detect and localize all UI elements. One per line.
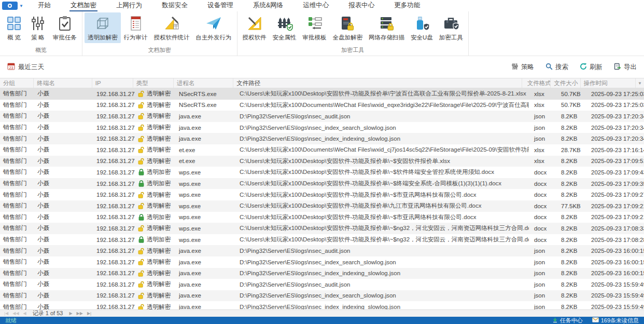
lock-open-icon: 透明解密 <box>135 156 176 167</box>
cell: C:\Users\未知玩家x100\Desktop\安固软件-功能及报价单\~$… <box>236 156 529 167</box>
col-header-format[interactable]: 文件格式 <box>522 78 551 88</box>
table-row[interactable]: 销售部门小聂192.168.31.27透明解密wps.exeC:\Users\未… <box>0 189 644 200</box>
menu-tab-device-mgmt[interactable]: 设备管理 <box>206 0 234 11</box>
table-row[interactable]: 销售部门小聂192.168.31.27透明解密java.exeD:\Ping32… <box>0 268 644 279</box>
table-row[interactable]: 销售部门小聂192.168.31.27透明解密java.exeD:\Ping32… <box>0 290 644 302</box>
first-record-button[interactable]: |◀ <box>3 310 9 317</box>
cell: json <box>529 122 558 133</box>
refresh-button[interactable]: 刷新 <box>580 63 603 72</box>
menu-tab-start[interactable]: 开始 <box>37 0 52 11</box>
cell: D:\Ping32\Server\ES\logs\nsec_index_inde… <box>236 301 529 309</box>
cell: docx <box>529 189 558 200</box>
cell: 销售部门 <box>0 167 34 178</box>
cell: 192.168.31.27 <box>93 189 135 200</box>
menu-tab-system-network[interactable]: 系统&网络 <box>252 0 284 11</box>
lock-closed-icon: 透明加密 <box>135 234 176 246</box>
ribbon-item-secure-usb[interactable]: 安全U盘 <box>408 12 436 43</box>
ribbon-item-authorized-software-stats[interactable]: 授权软件统计 <box>151 12 193 43</box>
cell: java.exe <box>176 268 236 279</box>
date-filter-button[interactable]: 23 最近三天 <box>7 62 44 72</box>
cell: 小聂 <box>34 133 93 144</box>
policy-button[interactable]: 策略 <box>511 63 534 72</box>
table-row[interactable]: 销售部门小聂192.168.31.27透明解密et.exeC:\Users\未知… <box>0 144 644 156</box>
cell: D:\Ping32\Server\ES\logs\nsec_audit.json <box>236 245 529 256</box>
menu-tab-web-behavior[interactable]: 上网行为 <box>115 0 143 11</box>
table-row[interactable]: 销售部门小聂192.168.31.27透明解密java.exeD:\Ping32… <box>0 122 644 133</box>
ribbon-item-policy[interactable]: 策 略 <box>26 12 50 43</box>
cell: 2025-09-23 17:08:33 <box>588 223 644 234</box>
table-row[interactable]: 销售部门小聂192.168.31.27透明加密wps.exeC:\Users\未… <box>0 167 644 178</box>
next-page-button[interactable]: ▶▶ <box>76 310 84 317</box>
table-row[interactable]: 销售部门小聂192.168.31.27透明解密et.exeC:\Users\未知… <box>0 156 644 167</box>
chevron-down-icon: ▼ <box>19 4 23 8</box>
next-record-button[interactable]: ▶ <box>68 310 73 317</box>
cell: json <box>529 245 558 256</box>
ribbon-item-transparent-encryption[interactable]: 透明加解密 <box>85 12 121 43</box>
menu-tab-ops-center[interactable]: 运维中心 <box>302 0 330 11</box>
table-row[interactable]: 销售部门小聂192.168.31.27透明加密wps.exeC:\Users\未… <box>0 178 644 190</box>
last-record-button[interactable]: ▶| <box>86 310 92 317</box>
col-header-time[interactable]: 操作时间 <box>581 78 636 88</box>
content-toolbar: 23 最近三天 策略 搜索 刷新 <box>0 56 644 78</box>
table-row[interactable]: 销售部门小聂192.168.31.27透明解密java.exeD:\Ping32… <box>0 111 644 122</box>
unread-messages-button[interactable]: 169条未读信息 <box>592 317 639 324</box>
col-header-terminal[interactable]: 终端名 <box>34 78 92 88</box>
ribbon-item-fulldisk-encryption[interactable]: 全盘加解密 <box>330 12 366 43</box>
cell: docx <box>529 178 558 190</box>
ribbon-item-security-attributes[interactable]: 安全属性 <box>270 12 300 43</box>
table-row[interactable]: 销售部门小聂192.168.31.27透明解密java.exeD:\Ping32… <box>0 245 644 256</box>
cell: 小聂 <box>34 301 93 309</box>
ribbon-item-outgoing-behavior[interactable]: 自主外发行为 <box>193 12 235 43</box>
prev-record-button[interactable]: ◀ <box>22 310 27 317</box>
cell: xlsx <box>529 88 558 100</box>
table-row[interactable]: 销售部门小聂192.168.31.27透明解密NSecRTS.exeC:\Use… <box>0 100 644 111</box>
ribbon-item-behavior-audit[interactable]: 行为审计 <box>121 12 151 43</box>
menu-tab-report-center[interactable]: 报表中心 <box>347 0 375 11</box>
app-menu-button[interactable]: ▼ <box>0 2 27 10</box>
col-header-ip[interactable]: IP <box>92 78 133 88</box>
cell: 销售部门 <box>0 245 34 256</box>
table-row[interactable]: 销售部门小聂192.168.31.27透明解密java.exeD:\Ping32… <box>0 256 644 268</box>
menu-tab-data-security[interactable]: 数据安全 <box>161 0 189 11</box>
cell: 192.168.31.27 <box>93 122 135 133</box>
table-row[interactable]: 销售部门小聂192.168.31.27透明解密NSecRTS.exeC:\Use… <box>0 88 644 100</box>
table-row[interactable]: 销售部门小聂192.168.31.27透明解密java.exeD:\Ping32… <box>0 301 644 309</box>
cell: 2025-09-23 16:00:15 <box>588 256 644 268</box>
lock-open-icon: 透明解密 <box>135 223 176 234</box>
col-header-group[interactable]: 分组 <box>0 78 34 88</box>
table-row[interactable]: 销售部门小聂192.168.31.27透明加密wps.exeC:\Users\未… <box>0 212 644 223</box>
ruler-pencil-icon <box>246 15 263 32</box>
ribbon-item-approval-template[interactable]: 审批模板 <box>300 12 330 43</box>
table-row[interactable]: 销售部门小聂192.168.31.27透明解密wps.exeC:\Users\未… <box>0 223 644 234</box>
ribbon-item-encryption-tools[interactable]: 加密工具 <box>436 12 466 43</box>
table-row[interactable]: 销售部门小聂192.168.31.27透明解密java.exeD:\Ping32… <box>0 133 644 144</box>
ribbon-item-authorized-software[interactable]: 授权软件 <box>240 12 270 43</box>
menu-tab-doc-encryption[interactable]: 文档加密 <box>69 0 97 11</box>
cube-icon <box>94 15 111 32</box>
cell: java.exe <box>176 256 236 268</box>
cell: 2025-09-23 17:09:21 <box>588 212 644 223</box>
table-row[interactable]: 销售部门小聂192.168.31.27透明加密wps.exeC:\Users\未… <box>0 234 644 246</box>
col-header-path[interactable]: 文件路径 <box>233 78 522 88</box>
cell: java.exe <box>176 290 236 302</box>
table-row[interactable]: 销售部门小聂192.168.31.27透明解密java.exeD:\Ping32… <box>0 279 644 290</box>
table-row[interactable]: 销售部门小聂192.168.31.27透明解密wps.exeC:\Users\未… <box>0 200 644 212</box>
ribbon-item-overview[interactable]: 概 览 <box>2 12 26 43</box>
col-header-process[interactable]: 进程名 <box>174 78 234 88</box>
col-header-size[interactable]: 文件大小 <box>551 78 580 88</box>
task-center-button[interactable]: 任务中心 <box>552 317 583 324</box>
ribbon-item-network-storage-scan[interactable]: 网络存储扫描 <box>366 12 408 43</box>
col-header-type[interactable]: 类型 <box>133 78 174 88</box>
cell: 销售部门 <box>0 100 34 111</box>
prev-page-button[interactable]: ◀◀ <box>11 310 20 317</box>
menu-tab-more[interactable]: 更多功能 <box>393 0 421 11</box>
export-button[interactable]: 导出 <box>614 63 637 72</box>
cell: et.exe <box>176 144 236 156</box>
stats-pencil-icon <box>163 15 180 32</box>
column-filter-caret-icon[interactable]: ▼ <box>636 78 644 88</box>
ribbon-item-approval-tasks[interactable]: 审批任务 <box>50 12 80 43</box>
search-button[interactable]: 搜索 <box>545 63 568 72</box>
cell: D:\Ping32\Server\ES\logs\nsec_index_sear… <box>236 256 529 268</box>
lock-open-icon: 透明解密 <box>135 268 176 279</box>
lock-open-icon: 透明解密 <box>135 301 176 309</box>
